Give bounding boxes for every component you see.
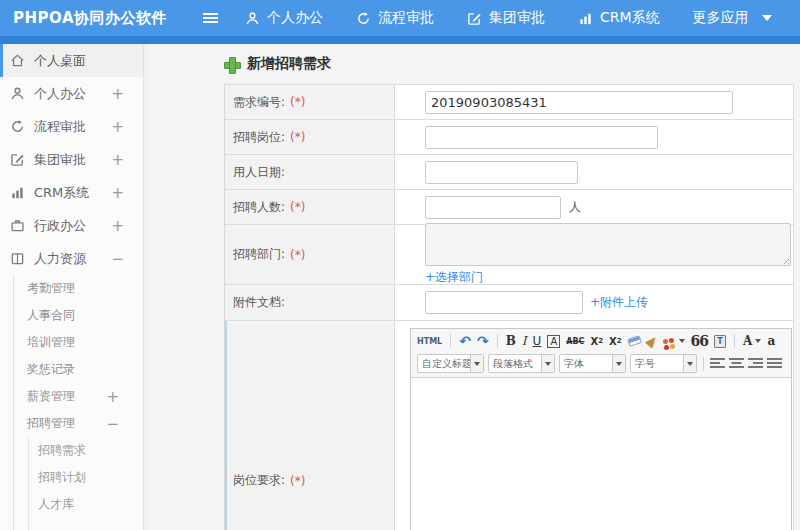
select-department-link[interactable]: +选择部门 <box>425 269 483 286</box>
underline-button[interactable]: U <box>533 334 542 348</box>
demand-no-input[interactable] <box>425 91 733 114</box>
blockquote-button[interactable]: 66 <box>691 333 708 349</box>
collapse-toggle[interactable]: − <box>106 415 119 433</box>
app-title: PHPOA协同办公软件 <box>0 9 167 28</box>
sidebar-item-label: 招聘管理 <box>27 415 75 432</box>
collapse-toggle[interactable]: − <box>111 250 124 268</box>
align-left-icon[interactable] <box>710 357 725 370</box>
field-label: 招聘人数: <box>233 199 285 216</box>
sidebar-item-label: 行政办公 <box>34 217 86 235</box>
expand-toggle[interactable]: + <box>111 118 124 136</box>
sidebar-item-label: 流程审批 <box>34 118 86 136</box>
paste-icon[interactable]: T <box>714 335 726 348</box>
undo-icon[interactable]: ↶ <box>459 333 471 349</box>
expand-toggle[interactable]: + <box>111 151 124 169</box>
field-label: 需求编号: <box>233 94 285 111</box>
toolbar-separator <box>450 334 451 348</box>
sidebar-item-hr[interactable]: 人力资源 − <box>0 242 143 275</box>
italic-button[interactable]: I <box>522 334 527 348</box>
nav-label: 更多应用 <box>693 9 749 27</box>
sidebar-item-crm[interactable]: CRM系统 + <box>0 176 143 209</box>
required-mark: (*) <box>290 248 305 262</box>
sidebar-item-attendance[interactable]: 考勤管理 <box>14 275 143 302</box>
sidebar-item-salary[interactable]: 薪资管理 + <box>14 383 143 410</box>
font-color-button[interactable]: A <box>743 334 761 348</box>
sidebar-item-label: 个人办公 <box>34 85 86 103</box>
expand-toggle[interactable]: + <box>106 388 119 406</box>
workflow-icon <box>10 119 26 134</box>
sub-idx: 2 <box>617 337 622 345</box>
form-row-position: 招聘岗位:(*) <box>225 120 793 155</box>
toolbar-separator <box>734 334 735 348</box>
expand-toggle[interactable]: + <box>111 85 124 103</box>
redo-icon[interactable]: ↷ <box>477 333 489 349</box>
main-content: 新增招聘需求 需求编号:(*) 招聘岗位:(*) 用人日期: 招聘人数:(*) … <box>149 44 800 530</box>
font-family-dropdown[interactable]: 字体 <box>559 354 626 373</box>
dropdown-label: 段落格式 <box>493 357 533 371</box>
hamburger-menu-icon[interactable] <box>203 13 218 15</box>
editor-content-area[interactable] <box>411 378 791 530</box>
nav-group-approval[interactable]: 集团审批 <box>467 9 545 27</box>
background-color-button[interactable]: a <box>767 334 775 348</box>
top-bar: PHPOA协同办公软件 个人办公 流程审批 集团审批 CRM系统 更多应用 <box>0 0 800 36</box>
sidebar-item-label: 培训管理 <box>27 334 75 351</box>
department-textarea[interactable] <box>425 223 791 266</box>
eraser-icon[interactable] <box>628 337 641 345</box>
nav-crm-system[interactable]: CRM系统 <box>578 9 660 27</box>
sidebar-item-label: 考勤管理 <box>27 280 75 297</box>
edit-icon <box>467 11 482 26</box>
sidebar-item-desktop[interactable]: 个人桌面 <box>0 44 143 77</box>
subscript-button[interactable]: X2 <box>609 336 622 347</box>
align-justify-icon[interactable] <box>767 357 782 370</box>
sidebar-item-personal-office[interactable]: 个人办公 + <box>0 77 143 110</box>
sidebar-item-admin-office[interactable]: 行政办公 + <box>0 209 143 242</box>
bold-button[interactable]: B <box>506 334 516 348</box>
expand-toggle[interactable]: + <box>111 184 124 202</box>
add-plus-icon <box>224 57 239 72</box>
required-mark: (*) <box>290 130 305 144</box>
recruit-demand-form: 需求编号:(*) 招聘岗位:(*) 用人日期: 招聘人数:(*) 人 招聘部门:… <box>224 84 794 530</box>
field-label: 岗位要求: <box>233 472 285 489</box>
sidebar-item-recruit-mgmt[interactable]: 招聘管理 − <box>14 410 143 437</box>
sidebar-item-workflow-approval[interactable]: 流程审批 + <box>0 110 143 143</box>
font-border-button[interactable]: A <box>547 335 560 348</box>
sidebar-item-label: 人力资源 <box>34 250 86 268</box>
superscript-button[interactable]: X2 <box>590 336 603 347</box>
nav-workflow-approval[interactable]: 流程审批 <box>356 9 434 27</box>
sidebar-item-label: 集团审批 <box>34 151 86 169</box>
headcount-input[interactable] <box>425 196 561 219</box>
attachment-input[interactable] <box>425 291 583 314</box>
sidebar-item-label: 人才库 <box>38 496 74 513</box>
font-size-dropdown[interactable]: 字号 <box>630 354 697 373</box>
sup-exp: 2 <box>598 337 603 345</box>
nav-personal-office[interactable]: 个人办公 <box>245 9 323 27</box>
strikethrough-button[interactable]: ABC <box>566 337 584 346</box>
sidebar-item-recruit-demand[interactable]: 招聘需求 <box>29 437 143 464</box>
font-color-a: A <box>743 334 752 348</box>
sidebar-item-hr-contract[interactable]: 人事合同 <box>14 302 143 329</box>
page-header: 新增招聘需求 <box>149 44 800 84</box>
custom-title-dropdown[interactable]: 自定义标题 <box>417 354 484 373</box>
form-row-demand-no: 需求编号:(*) <box>225 85 793 120</box>
align-center-icon[interactable] <box>729 357 744 370</box>
hire-date-input[interactable] <box>425 161 578 184</box>
position-input[interactable] <box>425 126 658 149</box>
sidebar-item-label: 奖惩记录 <box>27 361 75 378</box>
toolbar-separator <box>703 357 704 371</box>
field-label: 招聘部门: <box>233 246 285 263</box>
attachment-upload-link[interactable]: +附件上传 <box>590 294 648 311</box>
sidebar-item-talent-pool[interactable]: 人才库 <box>29 491 143 518</box>
paragraph-format-dropdown[interactable]: 段落格式 <box>488 354 555 373</box>
format-brush-icon[interactable] <box>647 336 657 347</box>
emotion-palette-icon[interactable] <box>663 339 685 344</box>
nav-more-apps[interactable]: 更多应用 <box>693 9 772 27</box>
sidebar-item-reward-punish[interactable]: 奖惩记录 <box>14 356 143 383</box>
sidebar-item-training[interactable]: 培训管理 <box>14 329 143 356</box>
sidebar-item-label: 招聘计划 <box>38 469 86 486</box>
align-right-icon[interactable] <box>748 357 763 370</box>
sidebar-item-recruit-plan[interactable]: 招聘计划 <box>29 464 143 491</box>
html-source-button[interactable]: HTML <box>417 337 442 346</box>
expand-toggle[interactable]: + <box>111 217 124 235</box>
sidebar-item-group-approval[interactable]: 集团审批 + <box>0 143 143 176</box>
nav-label: 集团审批 <box>489 9 545 27</box>
